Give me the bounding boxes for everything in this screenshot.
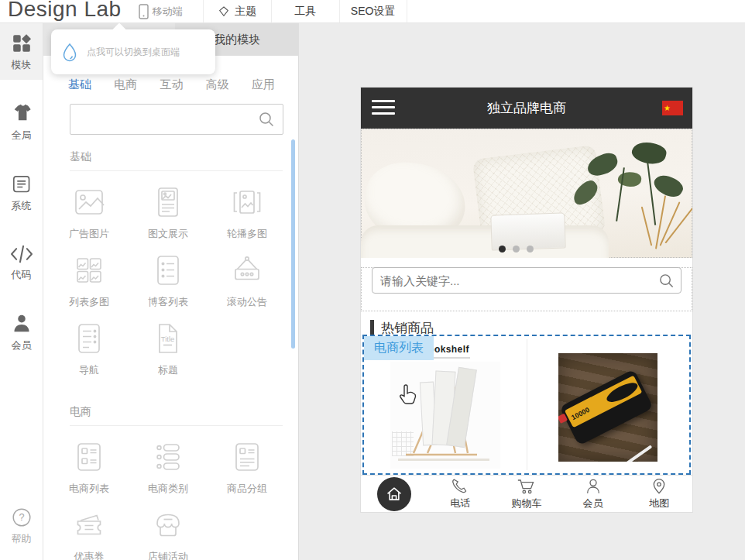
selected-ecom-list-component[interactable]: 电商列表 Bookshelf	[362, 335, 691, 475]
water-drop-icon	[60, 42, 79, 62]
module-grid-ecommerce: 电商列表 电商类别 商品分组 优惠券	[43, 426, 298, 560]
hero-plant-leaf	[630, 139, 668, 167]
device-switch-button[interactable]: 移动端	[139, 0, 183, 22]
module-item[interactable]: 轮播多图	[208, 184, 287, 252]
module-item[interactable]: 图文展示	[129, 184, 208, 252]
ecom-category-icon	[149, 438, 187, 476]
tab-apps[interactable]: 应用	[252, 77, 275, 92]
language-flag-icon[interactable]: ★	[662, 101, 683, 115]
section-title-ecommerce: 电商	[70, 405, 283, 419]
carousel-dot[interactable]	[513, 246, 520, 253]
module-item[interactable]: Title 标题	[129, 320, 208, 388]
sidebar-item-code[interactable]: 代码	[0, 235, 43, 290]
module-item-label: 广告图片	[69, 227, 109, 241]
sidebar-item-global[interactable]: 全局	[0, 94, 43, 150]
tab-interaction[interactable]: 互动	[160, 77, 184, 92]
site-search	[372, 267, 681, 294]
module-item[interactable]: 店铺活动	[129, 507, 208, 560]
sidebar-item-modules[interactable]: 模块	[0, 23, 43, 80]
map-pin-icon	[650, 477, 668, 496]
tab-basic[interactable]: 基础	[68, 77, 91, 92]
module-item[interactable]: 电商列表	[50, 438, 129, 507]
product-group-icon	[228, 438, 266, 476]
person-icon	[584, 477, 603, 496]
search-section	[361, 267, 692, 311]
modules-panel: 我的模块 点我可以切换到桌面端 基础 电商 互动 高级 应用 基础	[43, 23, 299, 560]
menu-tools[interactable]: 工具	[271, 0, 339, 22]
module-item[interactable]: 广告图片	[50, 184, 129, 252]
device-switch-tooltip: 点我可以切换到桌面端	[51, 29, 215, 74]
section-accent-bar	[370, 320, 374, 335]
module-item[interactable]: 电商类别	[129, 438, 208, 507]
menu-tools-label: 工具	[294, 5, 316, 19]
hero-plant-leaf	[651, 170, 686, 201]
menu-theme-label: 主题	[235, 5, 256, 19]
phone-icon	[139, 4, 149, 19]
system-icon	[11, 173, 33, 195]
module-search-input[interactable]	[70, 104, 283, 135]
carousel-dots	[361, 246, 671, 253]
tab-ecommerce[interactable]: 电商	[114, 77, 137, 92]
editor-canvas: 独立品牌电商 ★	[300, 23, 745, 560]
nav-item-label: 购物车	[511, 496, 541, 510]
menu-theme[interactable]: 主题	[203, 0, 271, 22]
nav-item-phone[interactable]: 电话	[427, 476, 494, 512]
panel-body: 基础 电商 互动 高级 应用 基础 广告图片	[43, 56, 298, 560]
svg-text:?: ?	[19, 511, 24, 523]
sidebar-item-label: 全局	[12, 129, 32, 143]
hamburger-menu-icon[interactable]	[372, 100, 395, 119]
menu-seo-label: SEO设置	[351, 5, 396, 19]
nav-item-label: 地图	[649, 496, 669, 510]
carousel-dot[interactable]	[527, 246, 534, 253]
module-item[interactable]: 导航	[50, 320, 129, 388]
module-item-label: 优惠券	[74, 550, 105, 560]
panel-scrollbar[interactable]	[291, 139, 295, 349]
topbar: Design Lab 移动端 主题 工具 SEO设置	[0, 0, 745, 23]
sidebar-item-member[interactable]: 会员	[0, 304, 43, 360]
code-icon	[10, 244, 33, 264]
svg-text:Title: Title	[161, 335, 175, 343]
nav-item-map[interactable]: 地图	[626, 476, 692, 512]
sidebar-item-label: 会员	[12, 338, 32, 352]
nav-item-cart[interactable]: 购物车	[493, 476, 560, 512]
tab-advanced[interactable]: 高级	[206, 77, 229, 92]
hero-dried-grass	[641, 207, 653, 246]
nav-item-member[interactable]: 会员	[560, 476, 627, 512]
top-menu: 主题 工具 SEO设置	[203, 0, 407, 22]
text-image-icon	[149, 184, 187, 221]
module-item-label: 博客列表	[148, 295, 188, 309]
global-tshirt-icon	[11, 103, 33, 125]
module-item[interactable]: 博客列表	[129, 252, 208, 320]
home-icon	[377, 477, 411, 511]
help-icon: ?	[11, 507, 33, 528]
sidebar-item-help[interactable]: ? 帮助	[0, 497, 43, 554]
nav-item-label: 会员	[583, 496, 603, 510]
hero-carousel[interactable]	[361, 129, 692, 258]
hero-image-shape	[361, 225, 609, 258]
product-card[interactable]: 10000	[527, 336, 689, 473]
module-item[interactable]: 优惠券	[50, 507, 129, 560]
module-item[interactable]: 商品分组	[208, 438, 287, 507]
sidebar-item-label: 模块	[12, 58, 32, 72]
sidebar-item-system[interactable]: 系统	[0, 164, 43, 221]
module-item-label: 商品分组	[227, 482, 267, 496]
shop-activity-icon	[149, 507, 187, 544]
nav-item-label: 电话	[450, 496, 470, 510]
module-item[interactable]: 列表多图	[50, 252, 129, 320]
module-item[interactable]: 滚动公告	[208, 252, 287, 320]
menu-seo[interactable]: SEO设置	[339, 0, 407, 22]
hand-cursor-icon	[398, 384, 417, 406]
notice-icon	[228, 252, 266, 289]
hero-plant-stem	[647, 160, 656, 225]
carousel-dot[interactable]	[499, 246, 506, 253]
app-logo: Design Lab	[8, 0, 122, 22]
site-search-input[interactable]	[372, 267, 681, 294]
carousel-icon	[228, 184, 266, 221]
modules-icon	[11, 33, 33, 54]
product-label: 10000	[570, 405, 591, 421]
nav-item-home[interactable]	[361, 476, 427, 512]
theme-icon	[218, 5, 230, 18]
section-title-basic: 基础	[70, 150, 283, 164]
module-item-label: 导航	[79, 363, 99, 377]
search-icon[interactable]	[658, 273, 675, 289]
